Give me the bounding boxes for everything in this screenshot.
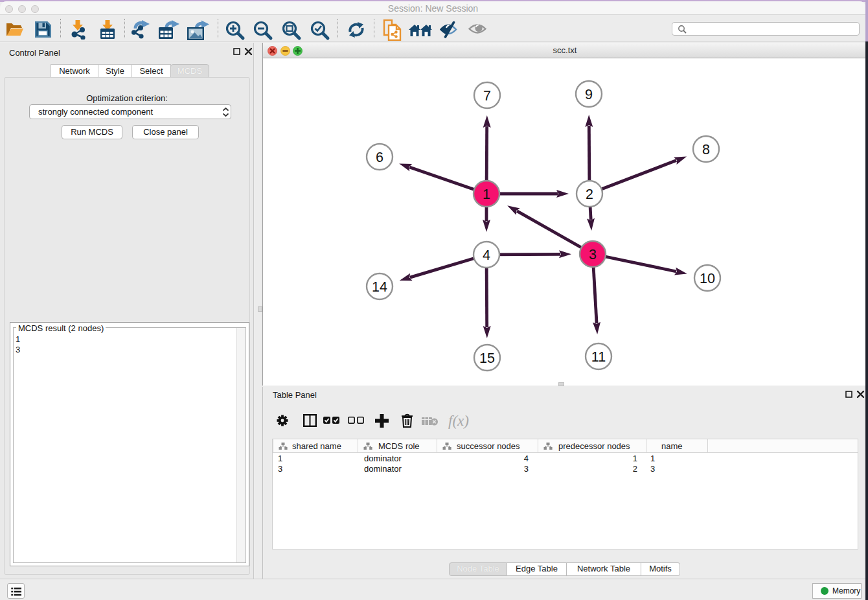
svg-text:2: 2 (586, 187, 593, 202)
svg-text:8: 8 (702, 142, 710, 157)
svg-text:9: 9 (585, 87, 593, 102)
svg-text:1: 1 (483, 187, 490, 202)
svg-text:7: 7 (483, 88, 491, 104)
svg-text:14: 14 (372, 279, 387, 295)
svg-text:11: 11 (591, 349, 606, 365)
svg-text:15: 15 (479, 351, 495, 366)
svg-text:6: 6 (376, 150, 383, 165)
svg-text:3: 3 (589, 247, 597, 262)
svg-text:4: 4 (483, 248, 490, 263)
svg-text:10: 10 (700, 271, 715, 286)
